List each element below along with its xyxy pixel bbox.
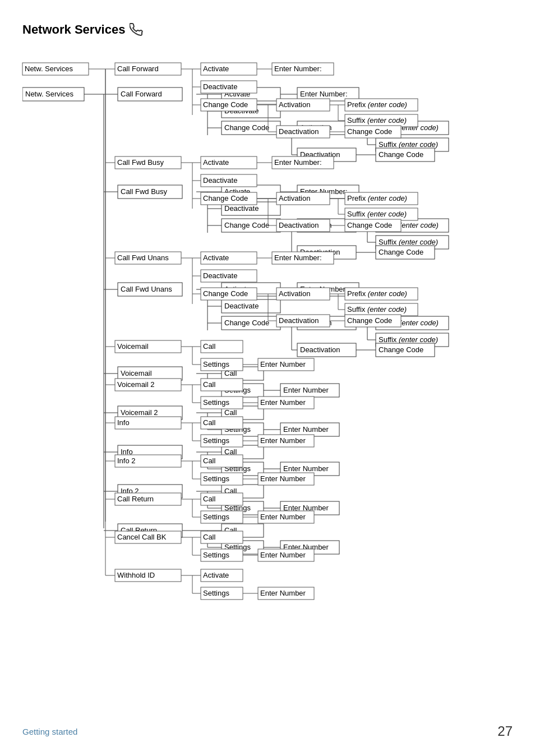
svg-text:Call Return: Call Return <box>117 495 154 503</box>
svg-text:Suffix (enter code): Suffix (enter code) <box>347 210 407 218</box>
svg-text:Settings: Settings <box>203 436 229 445</box>
svg-text:Activation: Activation <box>279 100 310 109</box>
svg-text:Enter Number:: Enter Number: <box>274 253 322 262</box>
svg-text:Change Code: Change Code <box>203 289 248 298</box>
svg-text:Deactivate: Deactivate <box>203 82 237 91</box>
svg-text:Prefix (enter code): Prefix (enter code) <box>347 100 407 109</box>
svg-text:Call: Call <box>203 533 216 541</box>
svg-text:Deactivate: Deactivate <box>203 271 237 280</box>
svg-text:Info: Info <box>117 418 130 427</box>
svg-text:Prefix (enter code): Prefix (enter code) <box>347 194 407 202</box>
svg-text:Enter Number: Enter Number <box>260 360 306 368</box>
svg-text:Settings: Settings <box>203 474 229 483</box>
svg-text:Call Forward: Call Forward <box>117 64 159 73</box>
svg-text:Settings: Settings <box>203 551 229 559</box>
svg-text:Voicemail: Voicemail <box>117 342 149 351</box>
svg-text:Settings: Settings <box>203 589 229 597</box>
svg-text:Suffix (enter code): Suffix (enter code) <box>347 305 407 314</box>
svg-text:Change Code: Change Code <box>347 316 392 325</box>
footer: Getting started 27 <box>22 723 513 739</box>
svg-text:Enter Number: Enter Number <box>260 474 306 483</box>
svg-text:Activate: Activate <box>203 158 229 167</box>
svg-text:Call: Call <box>203 457 216 465</box>
svg-text:Prefix (enter code): Prefix (enter code) <box>347 289 407 298</box>
svg-text:Call: Call <box>203 380 216 389</box>
svg-text:Call Fwd Busy: Call Fwd Busy <box>117 158 164 167</box>
svg-text:Change Code: Change Code <box>203 100 248 109</box>
svg-text:Activate: Activate <box>203 253 229 262</box>
svg-text:Enter Number: Enter Number <box>260 436 306 445</box>
svg-text:Suffix (enter code): Suffix (enter code) <box>347 116 407 125</box>
svg-text:Netw. Services: Netw. Services <box>25 64 73 73</box>
footer-page-number: 27 <box>497 723 513 739</box>
svg-text:Enter Number: Enter Number <box>260 551 306 559</box>
svg-text:Change Code: Change Code <box>347 221 392 229</box>
svg-text:Call: Call <box>203 418 216 427</box>
svg-text:Enter Number: Enter Number <box>260 513 306 521</box>
svg-text:Call Fwd Unans: Call Fwd Unans <box>117 253 169 262</box>
svg-text:Enter Number:: Enter Number: <box>274 158 322 167</box>
svg-text:Call: Call <box>203 342 216 351</box>
svg-text:Enter Number: Enter Number <box>260 589 306 597</box>
svg-text:Voicemail 2: Voicemail 2 <box>117 380 154 389</box>
svg-text:Activate: Activate <box>203 64 229 73</box>
svg-text:Activation: Activation <box>279 194 310 202</box>
svg-text:Deactivation: Deactivation <box>279 127 319 136</box>
svg-text:Enter Number: Enter Number <box>260 398 306 407</box>
svg-text:Info 2: Info 2 <box>117 457 136 465</box>
svg-text:Settings: Settings <box>203 398 229 407</box>
svg-text:Settings: Settings <box>203 360 229 368</box>
svg-text:Call: Call <box>203 495 216 503</box>
svg-text:Withhold ID: Withhold ID <box>117 571 155 579</box>
svg-text:Enter Number:: Enter Number: <box>274 64 322 73</box>
network-services-tree: .nd { font-size: 13px; } .itl { font-sty… <box>22 34 505 578</box>
svg-text:Deactivation: Deactivation <box>279 221 319 229</box>
svg-text:Cancel Call BK: Cancel Call BK <box>117 533 167 541</box>
svg-text:Deactivation: Deactivation <box>279 316 319 325</box>
svg-text:Change Code: Change Code <box>203 194 248 202</box>
svg-text:Settings: Settings <box>203 513 229 521</box>
svg-text:Activation: Activation <box>279 289 310 298</box>
svg-text:Activate: Activate <box>203 571 229 579</box>
svg-text:Deactivate: Deactivate <box>203 176 237 185</box>
svg-text:Change Code: Change Code <box>347 127 392 136</box>
footer-left-text: Getting started <box>22 727 77 736</box>
